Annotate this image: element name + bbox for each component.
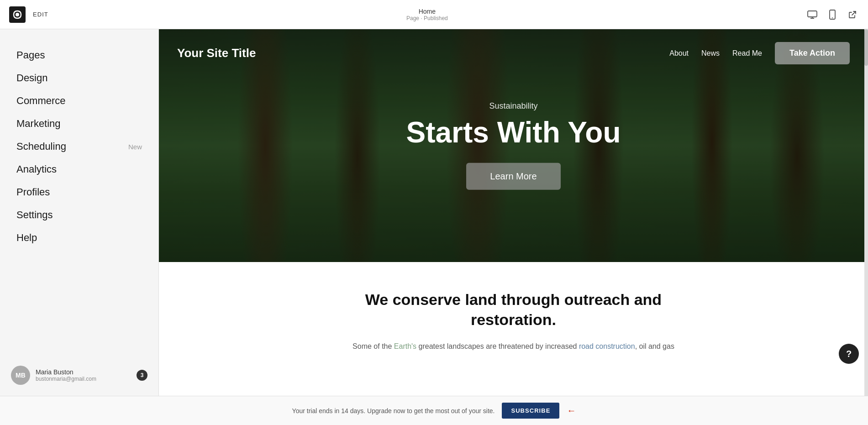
- site-title: Your Site Title: [177, 46, 256, 60]
- bottom-bar: Your trial ends in 14 days. Upgrade now …: [0, 396, 868, 425]
- road-construction-link[interactable]: road construction: [579, 342, 635, 350]
- desktop-icon[interactable]: [806, 8, 819, 21]
- trial-text: Your trial ends in 14 days. Upgrade now …: [292, 407, 495, 415]
- content-heading: We conserve land through outreach andres…: [177, 289, 850, 330]
- main-layout: Pages Design Commerce Marketing Scheduli…: [0, 29, 868, 396]
- avatar: MB: [11, 366, 30, 385]
- edit-label[interactable]: EDIT: [33, 11, 48, 18]
- arrow-icon: ←: [567, 405, 576, 416]
- earth-link[interactable]: Earth's: [394, 342, 416, 350]
- nav-read-me[interactable]: Read Me: [732, 49, 762, 58]
- user-email: bustonmaria@gmail.com: [36, 376, 131, 382]
- hero-nav-links: About News Read Me Take Action: [669, 42, 850, 64]
- top-bar-left: EDIT: [9, 6, 48, 23]
- sidebar: Pages Design Commerce Marketing Scheduli…: [0, 29, 159, 396]
- top-bar: EDIT Home Page · Published: [0, 0, 868, 29]
- scrollbar-thumb[interactable]: [864, 29, 868, 66]
- sidebar-footer: MB Maria Buston bustonmaria@gmail.com 3: [0, 366, 158, 385]
- sidebar-item-scheduling[interactable]: Scheduling New: [16, 135, 142, 158]
- hero-subtitle: Sustainability: [406, 101, 621, 111]
- page-status: Page · Published: [406, 15, 448, 21]
- nav-about[interactable]: About: [669, 49, 689, 58]
- sidebar-item-commerce[interactable]: Commerce: [16, 89, 142, 112]
- hero-section: Your Site Title About News Read Me Take …: [159, 29, 868, 262]
- subscribe-button[interactable]: SUBSCRIBE: [502, 403, 559, 419]
- nav-news[interactable]: News: [701, 49, 720, 58]
- sidebar-item-profiles[interactable]: Profiles: [16, 181, 142, 204]
- top-bar-center: Home Page · Published: [406, 8, 448, 21]
- hero-title: Starts With You: [406, 116, 621, 148]
- scheduling-badge: New: [128, 143, 142, 151]
- top-bar-right: [806, 8, 859, 21]
- notification-badge[interactable]: 3: [137, 370, 147, 381]
- website-preview: Your Site Title About News Read Me Take …: [159, 29, 868, 396]
- user-name: Maria Buston: [36, 368, 131, 376]
- page-title: Home: [419, 8, 436, 15]
- external-link-icon[interactable]: [846, 8, 859, 21]
- hero-content: Sustainability Starts With You Learn Mor…: [406, 101, 621, 190]
- sidebar-nav: Pages Design Commerce Marketing Scheduli…: [0, 44, 158, 249]
- sidebar-item-help[interactable]: Help: [16, 226, 142, 249]
- svg-point-3: [832, 17, 833, 18]
- content-body: Some of the Earth's greatest landscapes …: [331, 341, 696, 352]
- squarespace-logo[interactable]: [9, 6, 26, 23]
- sidebar-item-pages[interactable]: Pages: [16, 44, 142, 67]
- sidebar-item-settings[interactable]: Settings: [16, 204, 142, 226]
- content-section: We conserve land through outreach andres…: [159, 262, 868, 371]
- user-info: Maria Buston bustonmaria@gmail.com: [36, 368, 131, 382]
- svg-rect-1: [808, 11, 817, 17]
- scrollbar-track[interactable]: [864, 29, 868, 396]
- sidebar-item-design[interactable]: Design: [16, 67, 142, 89]
- take-action-button[interactable]: Take Action: [775, 42, 850, 64]
- learn-more-button[interactable]: Learn More: [466, 163, 560, 190]
- sidebar-item-marketing[interactable]: Marketing: [16, 112, 142, 135]
- mobile-icon[interactable]: [826, 8, 839, 21]
- sidebar-item-analytics[interactable]: Analytics: [16, 158, 142, 181]
- preview-area: Your Site Title About News Read Me Take …: [159, 29, 868, 396]
- help-button[interactable]: ?: [839, 344, 859, 364]
- hero-nav: Your Site Title About News Read Me Take …: [159, 29, 868, 77]
